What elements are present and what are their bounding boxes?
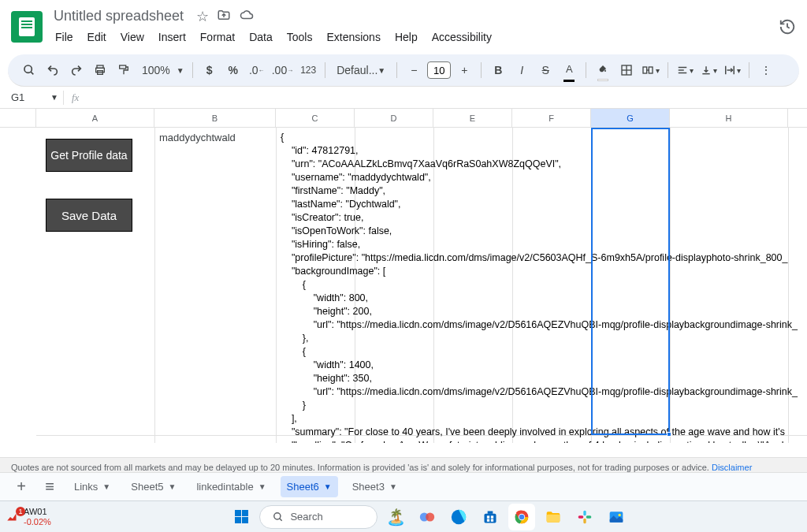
sheets-logo[interactable] xyxy=(11,11,43,43)
redo-icon[interactable] xyxy=(66,59,87,81)
font-size-input[interactable] xyxy=(427,61,451,79)
cell-c1[interactable]: { "id": 47812791, "urn": "ACoAAALZkLcBmv… xyxy=(277,129,801,443)
taskbar-photos-icon[interactable] xyxy=(603,504,630,530)
taskbar-chrome-icon[interactable] xyxy=(508,504,535,530)
col-header-h[interactable]: H xyxy=(670,109,788,127)
svg-rect-22 xyxy=(485,513,496,523)
text-color-icon[interactable]: A xyxy=(559,59,579,81)
grid-cells[interactable]: Get Profile data Save Data maddydychtwal… xyxy=(36,128,807,443)
zoom-select[interactable]: 100%▼ xyxy=(137,59,186,81)
increase-font-icon[interactable]: + xyxy=(454,59,474,81)
col-header-a[interactable]: A xyxy=(36,109,154,127)
col-header-e[interactable]: E xyxy=(433,109,512,127)
svg-point-37 xyxy=(619,513,621,515)
menu-extensions[interactable]: Extensions xyxy=(320,28,386,47)
taskbar-search[interactable]: Search xyxy=(259,505,377,529)
taskbar-copilot-icon[interactable] xyxy=(414,504,441,530)
all-sheets-icon[interactable]: ≡ xyxy=(39,477,60,497)
font-family-select[interactable]: Defaul...▼ xyxy=(332,59,390,81)
svg-rect-23 xyxy=(488,511,493,513)
svg-point-30 xyxy=(519,514,525,519)
save-data-button[interactable]: Save Data xyxy=(46,199,132,232)
menu-view[interactable]: View xyxy=(114,28,151,47)
sheet-tab-links[interactable]: Links▼ xyxy=(68,476,117,497)
menu-edit[interactable]: Edit xyxy=(81,28,113,47)
sheet-tab-sheet6[interactable]: Sheet6▼ xyxy=(281,476,338,497)
decrease-decimal-icon[interactable]: .0← xyxy=(247,59,267,81)
taskbar-edge-icon[interactable] xyxy=(445,504,472,530)
windows-taskbar: 1 AW01 -0.02% Search 🏝️ xyxy=(0,500,807,532)
vertical-align-icon[interactable]: ▾ xyxy=(698,59,719,81)
text-wrap-icon[interactable]: ▾ xyxy=(722,59,742,81)
svg-rect-9 xyxy=(643,67,647,73)
menu-file[interactable]: File xyxy=(49,28,80,47)
doc-title[interactable]: Untitled spreadsheet xyxy=(49,6,188,26)
menu-data[interactable]: Data xyxy=(243,28,279,47)
svg-rect-27 xyxy=(491,519,493,521)
svg-rect-33 xyxy=(586,515,592,518)
horizontal-align-icon[interactable]: ▾ xyxy=(675,59,695,81)
decrease-font-icon[interactable]: − xyxy=(404,59,424,81)
taskbar-beach-widget-icon[interactable]: 🏝️ xyxy=(382,504,409,530)
col-header-c[interactable]: C xyxy=(276,109,355,127)
undo-icon[interactable] xyxy=(43,59,63,81)
svg-rect-31 xyxy=(547,514,560,522)
sheet-tab-bar: + ≡ Links▼ Sheet5▼ linkedintable▼ Sheet6… xyxy=(0,472,807,500)
sheet-tab-sheet3[interactable]: Sheet3▼ xyxy=(346,476,404,497)
fx-label: fx xyxy=(64,91,87,104)
format-currency-icon[interactable]: $ xyxy=(199,59,220,81)
get-profile-button[interactable]: Get Profile data xyxy=(46,139,132,172)
taskbar-slack-icon[interactable] xyxy=(571,504,598,530)
menu-accessibility[interactable]: Accessibility xyxy=(426,28,498,47)
stock-badge: 1 xyxy=(16,507,25,516)
star-icon[interactable]: ☆ xyxy=(196,8,209,25)
col-header-b[interactable]: B xyxy=(154,109,276,127)
strikethrough-icon[interactable]: S xyxy=(535,59,556,81)
col-header-d[interactable]: D xyxy=(355,109,433,127)
menu-tools[interactable]: Tools xyxy=(281,28,319,47)
column-headers: A B C D E F G H xyxy=(0,109,807,128)
bold-icon[interactable]: B xyxy=(488,59,508,81)
disclaimer-link[interactable]: Disclaimer xyxy=(712,463,752,472)
toolbar-more-icon[interactable]: ⋮ xyxy=(756,59,776,81)
stock-chart-icon: 1 xyxy=(5,510,20,524)
svg-rect-35 xyxy=(578,515,584,518)
start-button[interactable] xyxy=(228,504,255,530)
sheet-tab-linkedintable[interactable]: linkedintable▼ xyxy=(190,476,272,497)
increase-decimal-icon[interactable]: .00→ xyxy=(270,59,295,81)
search-menus-icon[interactable] xyxy=(19,59,39,81)
select-all-corner[interactable] xyxy=(0,109,36,127)
paint-format-icon[interactable] xyxy=(113,59,134,81)
stock-widget[interactable]: 1 AW01 -0.02% xyxy=(5,507,51,526)
cloud-status-icon[interactable] xyxy=(239,8,255,25)
svg-line-18 xyxy=(280,518,282,520)
history-icon[interactable] xyxy=(779,18,796,35)
borders-icon[interactable] xyxy=(616,59,637,81)
cell-b1[interactable]: maddydychtwald xyxy=(156,129,239,147)
print-icon[interactable] xyxy=(90,59,110,81)
add-sheet-icon[interactable]: + xyxy=(11,477,32,497)
col-header-g[interactable]: G xyxy=(591,109,670,127)
taskbar-explorer-icon[interactable] xyxy=(540,504,567,530)
svg-rect-32 xyxy=(584,510,586,515)
merge-cells-icon[interactable]: ▾ xyxy=(640,59,661,81)
name-box[interactable]: G1▼ xyxy=(6,90,63,105)
menu-insert[interactable]: Insert xyxy=(152,28,192,47)
format-percent-icon[interactable]: % xyxy=(223,59,244,81)
svg-point-0 xyxy=(24,65,32,73)
menubar: File Edit View Insert Format Data Tools … xyxy=(49,26,772,47)
more-formats-icon[interactable]: 123 xyxy=(298,59,318,81)
sheet-tab-sheet5[interactable]: Sheet5▼ xyxy=(125,476,182,497)
toolbar: 100%▼ $ % .0← .00→ 123 Defaul...▼ − + B … xyxy=(8,54,799,87)
svg-point-20 xyxy=(426,512,435,521)
taskbar-store-icon[interactable] xyxy=(477,504,504,530)
svg-rect-34 xyxy=(584,518,586,523)
menu-format[interactable]: Format xyxy=(194,28,241,47)
svg-rect-24 xyxy=(487,515,489,518)
menu-help[interactable]: Help xyxy=(389,28,424,47)
fill-color-icon[interactable] xyxy=(593,59,613,81)
svg-point-17 xyxy=(274,512,281,519)
move-icon[interactable] xyxy=(217,8,231,25)
col-header-f[interactable]: F xyxy=(512,109,591,127)
italic-icon[interactable]: I xyxy=(511,59,532,81)
